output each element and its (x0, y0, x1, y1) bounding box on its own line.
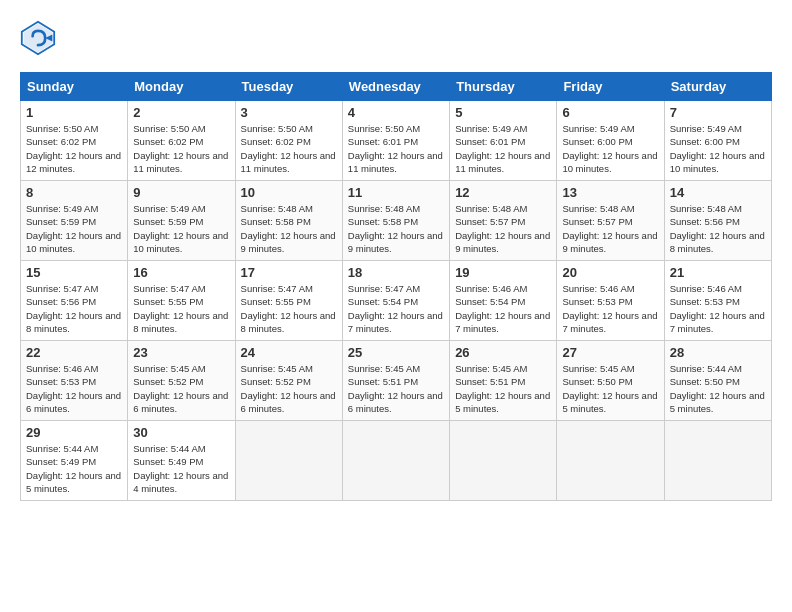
calendar-cell (557, 421, 664, 501)
week-row-4: 22Sunrise: 5:46 AMSunset: 5:53 PMDayligh… (21, 341, 772, 421)
week-row-3: 15Sunrise: 5:47 AMSunset: 5:56 PMDayligh… (21, 261, 772, 341)
calendar-cell: 29Sunrise: 5:44 AMSunset: 5:49 PMDayligh… (21, 421, 128, 501)
column-header-tuesday: Tuesday (235, 73, 342, 101)
day-number: 27 (562, 345, 658, 360)
logo (20, 20, 60, 56)
calendar-cell: 20Sunrise: 5:46 AMSunset: 5:53 PMDayligh… (557, 261, 664, 341)
day-number: 30 (133, 425, 229, 440)
day-number: 11 (348, 185, 444, 200)
calendar-cell: 13Sunrise: 5:48 AMSunset: 5:57 PMDayligh… (557, 181, 664, 261)
day-number: 28 (670, 345, 766, 360)
day-info: Sunrise: 5:44 AMSunset: 5:49 PMDaylight:… (26, 443, 121, 494)
day-info: Sunrise: 5:47 AMSunset: 5:56 PMDaylight:… (26, 283, 121, 334)
calendar-cell: 25Sunrise: 5:45 AMSunset: 5:51 PMDayligh… (342, 341, 449, 421)
calendar-cell: 1Sunrise: 5:50 AMSunset: 6:02 PMDaylight… (21, 101, 128, 181)
calendar-cell: 3Sunrise: 5:50 AMSunset: 6:02 PMDaylight… (235, 101, 342, 181)
day-number: 13 (562, 185, 658, 200)
day-info: Sunrise: 5:47 AMSunset: 5:55 PMDaylight:… (241, 283, 336, 334)
day-info: Sunrise: 5:45 AMSunset: 5:51 PMDaylight:… (348, 363, 443, 414)
column-header-thursday: Thursday (450, 73, 557, 101)
day-number: 26 (455, 345, 551, 360)
day-number: 17 (241, 265, 337, 280)
column-header-monday: Monday (128, 73, 235, 101)
day-info: Sunrise: 5:48 AMSunset: 5:57 PMDaylight:… (455, 203, 550, 254)
calendar-cell: 28Sunrise: 5:44 AMSunset: 5:50 PMDayligh… (664, 341, 771, 421)
calendar-cell: 15Sunrise: 5:47 AMSunset: 5:56 PMDayligh… (21, 261, 128, 341)
day-info: Sunrise: 5:46 AMSunset: 5:53 PMDaylight:… (670, 283, 765, 334)
day-info: Sunrise: 5:50 AMSunset: 6:02 PMDaylight:… (133, 123, 228, 174)
calendar-header-row: SundayMondayTuesdayWednesdayThursdayFrid… (21, 73, 772, 101)
page-header (20, 20, 772, 56)
calendar-cell: 24Sunrise: 5:45 AMSunset: 5:52 PMDayligh… (235, 341, 342, 421)
day-number: 8 (26, 185, 122, 200)
day-number: 4 (348, 105, 444, 120)
day-number: 7 (670, 105, 766, 120)
day-info: Sunrise: 5:45 AMSunset: 5:51 PMDaylight:… (455, 363, 550, 414)
calendar-cell: 23Sunrise: 5:45 AMSunset: 5:52 PMDayligh… (128, 341, 235, 421)
week-row-2: 8Sunrise: 5:49 AMSunset: 5:59 PMDaylight… (21, 181, 772, 261)
day-number: 19 (455, 265, 551, 280)
day-number: 3 (241, 105, 337, 120)
calendar-cell: 17Sunrise: 5:47 AMSunset: 5:55 PMDayligh… (235, 261, 342, 341)
calendar-cell: 16Sunrise: 5:47 AMSunset: 5:55 PMDayligh… (128, 261, 235, 341)
day-info: Sunrise: 5:49 AMSunset: 6:00 PMDaylight:… (562, 123, 657, 174)
column-header-sunday: Sunday (21, 73, 128, 101)
day-number: 16 (133, 265, 229, 280)
calendar-cell: 18Sunrise: 5:47 AMSunset: 5:54 PMDayligh… (342, 261, 449, 341)
week-row-1: 1Sunrise: 5:50 AMSunset: 6:02 PMDaylight… (21, 101, 772, 181)
calendar-cell: 4Sunrise: 5:50 AMSunset: 6:01 PMDaylight… (342, 101, 449, 181)
column-header-wednesday: Wednesday (342, 73, 449, 101)
day-info: Sunrise: 5:45 AMSunset: 5:52 PMDaylight:… (133, 363, 228, 414)
day-number: 18 (348, 265, 444, 280)
calendar-cell: 27Sunrise: 5:45 AMSunset: 5:50 PMDayligh… (557, 341, 664, 421)
day-number: 6 (562, 105, 658, 120)
calendar-cell: 9Sunrise: 5:49 AMSunset: 5:59 PMDaylight… (128, 181, 235, 261)
calendar-cell: 30Sunrise: 5:44 AMSunset: 5:49 PMDayligh… (128, 421, 235, 501)
calendar-table: SundayMondayTuesdayWednesdayThursdayFrid… (20, 72, 772, 501)
calendar-cell (235, 421, 342, 501)
calendar-cell: 12Sunrise: 5:48 AMSunset: 5:57 PMDayligh… (450, 181, 557, 261)
column-header-friday: Friday (557, 73, 664, 101)
calendar-cell (342, 421, 449, 501)
calendar-cell: 22Sunrise: 5:46 AMSunset: 5:53 PMDayligh… (21, 341, 128, 421)
day-number: 9 (133, 185, 229, 200)
calendar-cell: 21Sunrise: 5:46 AMSunset: 5:53 PMDayligh… (664, 261, 771, 341)
calendar-cell: 26Sunrise: 5:45 AMSunset: 5:51 PMDayligh… (450, 341, 557, 421)
day-info: Sunrise: 5:48 AMSunset: 5:58 PMDaylight:… (348, 203, 443, 254)
calendar-cell: 19Sunrise: 5:46 AMSunset: 5:54 PMDayligh… (450, 261, 557, 341)
day-info: Sunrise: 5:50 AMSunset: 6:02 PMDaylight:… (241, 123, 336, 174)
day-number: 1 (26, 105, 122, 120)
day-info: Sunrise: 5:46 AMSunset: 5:53 PMDaylight:… (562, 283, 657, 334)
calendar-cell: 11Sunrise: 5:48 AMSunset: 5:58 PMDayligh… (342, 181, 449, 261)
day-info: Sunrise: 5:48 AMSunset: 5:58 PMDaylight:… (241, 203, 336, 254)
column-header-saturday: Saturday (664, 73, 771, 101)
calendar-cell: 10Sunrise: 5:48 AMSunset: 5:58 PMDayligh… (235, 181, 342, 261)
day-info: Sunrise: 5:46 AMSunset: 5:54 PMDaylight:… (455, 283, 550, 334)
day-info: Sunrise: 5:46 AMSunset: 5:53 PMDaylight:… (26, 363, 121, 414)
calendar-cell: 5Sunrise: 5:49 AMSunset: 6:01 PMDaylight… (450, 101, 557, 181)
day-info: Sunrise: 5:44 AMSunset: 5:50 PMDaylight:… (670, 363, 765, 414)
day-info: Sunrise: 5:45 AMSunset: 5:50 PMDaylight:… (562, 363, 657, 414)
day-info: Sunrise: 5:48 AMSunset: 5:57 PMDaylight:… (562, 203, 657, 254)
day-info: Sunrise: 5:49 AMSunset: 6:00 PMDaylight:… (670, 123, 765, 174)
day-number: 12 (455, 185, 551, 200)
day-info: Sunrise: 5:50 AMSunset: 6:01 PMDaylight:… (348, 123, 443, 174)
day-number: 10 (241, 185, 337, 200)
day-info: Sunrise: 5:47 AMSunset: 5:54 PMDaylight:… (348, 283, 443, 334)
calendar-cell: 6Sunrise: 5:49 AMSunset: 6:00 PMDaylight… (557, 101, 664, 181)
day-number: 23 (133, 345, 229, 360)
day-number: 5 (455, 105, 551, 120)
day-number: 22 (26, 345, 122, 360)
day-number: 29 (26, 425, 122, 440)
day-number: 20 (562, 265, 658, 280)
day-info: Sunrise: 5:48 AMSunset: 5:56 PMDaylight:… (670, 203, 765, 254)
day-info: Sunrise: 5:45 AMSunset: 5:52 PMDaylight:… (241, 363, 336, 414)
day-number: 14 (670, 185, 766, 200)
week-row-5: 29Sunrise: 5:44 AMSunset: 5:49 PMDayligh… (21, 421, 772, 501)
calendar-cell (450, 421, 557, 501)
day-number: 24 (241, 345, 337, 360)
calendar-cell: 8Sunrise: 5:49 AMSunset: 5:59 PMDaylight… (21, 181, 128, 261)
logo-icon (20, 20, 56, 56)
calendar-cell: 7Sunrise: 5:49 AMSunset: 6:00 PMDaylight… (664, 101, 771, 181)
calendar-cell (664, 421, 771, 501)
